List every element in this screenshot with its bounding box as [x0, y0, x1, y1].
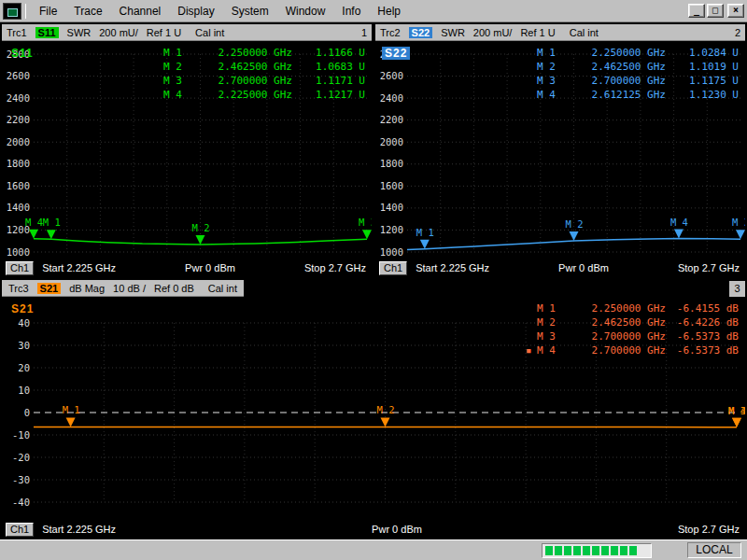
channel-badge[interactable]: Ch1	[379, 261, 407, 275]
menu-item-channel[interactable]: Channel	[111, 2, 170, 21]
marker-triangle-icon	[381, 417, 390, 427]
progress-block	[629, 546, 637, 555]
marker-readout-row: M 32.700000 GHz-6.5373 dB	[526, 329, 739, 343]
plot-area-trc2[interactable]: 2800260024002200200018001600140012001000…	[375, 41, 745, 259]
active-parameter-label[interactable]: S22	[382, 47, 410, 60]
y-axis-tick-label: 2600	[380, 70, 403, 81]
menu-item-help[interactable]: Help	[369, 2, 409, 21]
marker-readout-mn: M 2	[537, 60, 565, 74]
marker-readout-row: M 12.250000 GHz-6.4155 dB	[526, 301, 739, 315]
marker-readout-row: M 22.462500 GHz1.0683 U	[152, 60, 365, 74]
marker-readout-mf: 2.462500 GHz	[565, 315, 666, 329]
y-axis-tick-label: 2200	[7, 114, 30, 125]
marker-m4: M 4	[25, 217, 43, 239]
s-parameter-badge[interactable]: S21	[37, 283, 62, 294]
trace-name[interactable]: Trc3	[8, 283, 29, 294]
menu-item-system[interactable]: System	[223, 2, 277, 21]
minimize-button[interactable]: _	[688, 4, 705, 18]
marker-readout-mn: M 3	[537, 74, 565, 88]
trace-ref: Ref 1 U	[147, 27, 181, 38]
marker-m4: M 4	[728, 405, 745, 427]
trace-scale: 200 mU/	[473, 27, 513, 38]
channel-badge[interactable]: Ch1	[6, 261, 34, 275]
marker-readout-mv: 1.1175 U	[666, 74, 739, 88]
y-axis-tick-label: 2000	[7, 136, 30, 147]
y-axis-tick-label: 30	[18, 340, 30, 351]
marker-readout-list: M 12.250000 GHz1.0284 UM 22.462500 GHz1.…	[526, 46, 739, 102]
marker-readout-mb	[526, 88, 537, 102]
marker-triangle-icon	[29, 230, 38, 239]
y-axis-tick-label: 1800	[380, 158, 403, 169]
trace-name[interactable]: Trc2	[380, 27, 401, 38]
plot-area-trc3[interactable]: 403020100-10-20-30-40M 1M 2M 3M 4 S21 M …	[2, 297, 745, 521]
trace-name[interactable]: Trc1	[7, 27, 27, 38]
active-parameter-label[interactable]: S21	[8, 302, 36, 315]
marker-plot-label: M 4	[670, 217, 688, 228]
maximize-button[interactable]: □	[707, 4, 724, 18]
marker-readout-mf: 2.462500 GHz	[191, 60, 292, 74]
cal-status: Cal int	[570, 27, 599, 38]
progress-block	[545, 546, 553, 555]
marker-readout-mf: 2.462500 GHz	[565, 60, 666, 74]
trace-scale: 200 mU/	[99, 27, 138, 38]
power-level: Pwr 0 dBm	[121, 262, 299, 273]
marker-readout-row: M 22.462500 GHz-6.4226 dB	[526, 315, 739, 329]
marker-readout-mb	[152, 60, 163, 74]
menu-item-file[interactable]: File	[31, 2, 65, 21]
vna-application-window: FileTraceChannelDisplaySystemWindowInfoH…	[0, 0, 747, 560]
menu-separator	[25, 4, 26, 19]
close-button[interactable]: ×	[727, 4, 744, 18]
s-parameter-badge[interactable]: S22	[409, 27, 433, 38]
marker-readout-mb: ▪	[526, 343, 537, 357]
marker-readout-mf: 2.225000 GHz	[191, 88, 292, 102]
trace-header-row-trc3: Trc3 S21 dB Mag 10 dB / Ref 0 dB Cal int…	[2, 280, 745, 297]
marker-plot-label: M 2	[377, 404, 395, 415]
marker-readout-mv: 1.1217 U	[292, 88, 365, 102]
plot-area-trc1[interactable]: 2800260024002200200018001600140012001000…	[2, 41, 372, 259]
marker-readout-mv: 1.1230 U	[666, 88, 739, 102]
marker-readout-mv: 1.1019 U	[666, 60, 739, 74]
menu-item-trace[interactable]: Trace	[65, 2, 110, 21]
power-level: Pwr 0 dBm	[121, 524, 672, 535]
menu-item-display[interactable]: Display	[169, 2, 222, 21]
marker-readout-mn: M 3	[537, 329, 565, 343]
marker-m1: M 1	[63, 404, 80, 427]
marker-readout-row: M 32.700000 GHz1.1175 U	[526, 74, 739, 88]
marker-readout-row: M 42.225000 GHz1.1217 U	[152, 88, 365, 102]
marker-plot-label: M 1	[63, 404, 80, 415]
y-axis-tick-label: -20	[12, 452, 30, 463]
y-axis-tick-label: 1200	[380, 224, 403, 235]
marker-readout-mv: 1.1171 U	[292, 74, 365, 88]
s-parameter-badge[interactable]: S11	[35, 27, 59, 38]
y-axis-tick-label: 2400	[7, 92, 30, 104]
channel-badge[interactable]: Ch1	[6, 523, 34, 537]
y-axis-tick-label: -30	[12, 474, 30, 485]
window-number: 1	[361, 27, 367, 38]
y-axis-tick-label: 10	[18, 385, 30, 396]
marker-readout-mn: M 1	[537, 301, 565, 315]
cal-status: Cal int	[208, 283, 237, 294]
window-controls: _ □ ×	[688, 4, 744, 18]
active-parameter-label[interactable]: S11	[8, 47, 36, 60]
marker-plot-label: M 3	[359, 217, 372, 228]
y-axis-tick-label: 1000	[7, 246, 30, 258]
menu-item-window[interactable]: Window	[277, 2, 334, 21]
marker-m2: M 2	[566, 218, 584, 241]
marker-readout-mf: 2.700000 GHz	[565, 74, 666, 88]
marker-triangle-icon	[196, 235, 205, 245]
y-axis-tick-label: 2600	[7, 70, 30, 81]
y-axis-tick-label: 2200	[380, 114, 403, 125]
start-frequency: Start 2.225 GHz	[42, 524, 116, 535]
marker-readout-mb	[152, 88, 163, 102]
menu-item-info[interactable]: Info	[333, 2, 369, 21]
marker-readout-mv: -6.4226 dB	[666, 315, 739, 329]
marker-readout-mv: -6.4155 dB	[666, 301, 739, 315]
progress-block	[564, 546, 571, 555]
app-icon[interactable]	[3, 3, 21, 20]
trace-format: SWR	[67, 27, 92, 38]
marker-readout-row: ▪M 42.700000 GHz-6.5373 dB	[526, 343, 739, 357]
marker-plot-label: M 4	[728, 405, 745, 416]
progress-block	[555, 546, 562, 555]
marker-m1: M 1	[43, 217, 61, 239]
marker-plot-label: M 1	[416, 227, 434, 238]
